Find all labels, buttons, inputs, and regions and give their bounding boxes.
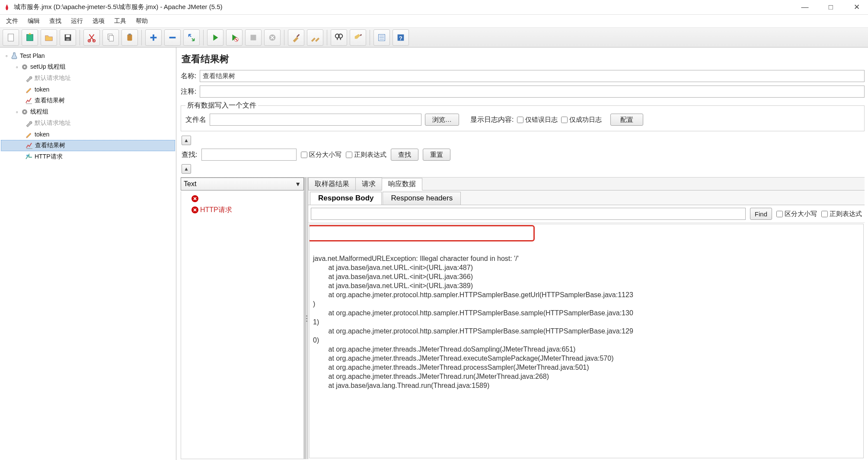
find-button[interactable]: Find [750, 208, 772, 220]
clear-all-icon[interactable] [307, 29, 323, 46]
wrench-icon [25, 119, 33, 127]
detail-tab[interactable]: 响应数据 [382, 178, 422, 190]
reset-button[interactable]: 重置 [423, 149, 450, 161]
minimize-button[interactable]: — [801, 3, 809, 12]
response-text: java.net.MalformedURLException: Illegal … [313, 254, 860, 390]
tree-node[interactable]: 默认请求地址 [1, 117, 175, 129]
function-helper-icon[interactable] [373, 29, 390, 46]
tree-panel[interactable]: ◦Test Plan◦setUp 线程组默认请求地址token查看结果树◦线程组… [0, 48, 176, 460]
stop-icon[interactable] [245, 29, 262, 46]
tree-node[interactable]: ◦setUp 线程组 [1, 61, 175, 73]
collapse-toggle[interactable]: ▲ [182, 136, 191, 145]
tree-node[interactable]: 查看结果树 [1, 140, 175, 151]
find-input[interactable] [311, 208, 746, 220]
response-body[interactable]: java.net.MalformedURLException: Illegal … [309, 224, 864, 458]
menu-bar: 文件编辑查找运行选项工具帮助 [0, 15, 868, 28]
renderer-combo[interactable]: Text ▼ [181, 178, 304, 190]
configure-button[interactable]: 配置 [610, 114, 643, 126]
editor-title: 查看结果树 [182, 53, 865, 66]
save-icon[interactable] [60, 29, 76, 46]
app-icon [3, 3, 10, 11]
detail-tab[interactable]: 请求 [355, 178, 382, 190]
clear-icon[interactable] [288, 29, 304, 46]
maximize-button[interactable]: □ [827, 3, 835, 12]
search-input[interactable] [201, 149, 297, 161]
close-button[interactable]: ✕ [852, 3, 861, 12]
pencil-icon [25, 86, 33, 93]
detail-tab[interactable]: 取样器结果 [308, 178, 356, 190]
name-row: 名称: [181, 70, 865, 82]
play-icon[interactable] [207, 29, 223, 46]
find-row: Find 区分大小写 正则表达式 [308, 205, 865, 223]
search-case-checkbox[interactable]: 区分大小写 [301, 151, 341, 159]
find-regex-checkbox[interactable]: 正则表达式 [821, 210, 862, 218]
tree-node[interactable]: token [1, 129, 175, 140]
new-file-icon[interactable] [3, 29, 19, 46]
find-case-checkbox[interactable]: 区分大小写 [776, 210, 817, 218]
menu-4[interactable]: 选项 [88, 16, 109, 27]
tree-label: HTTP请求 [35, 153, 63, 161]
comment-input[interactable] [200, 86, 865, 98]
svg-rect-10 [128, 33, 131, 35]
tree-node[interactable]: token [1, 84, 175, 95]
menu-2[interactable]: 查找 [45, 16, 66, 27]
tree-node[interactable]: ◦Test Plan [1, 50, 175, 61]
menu-5[interactable]: 工具 [110, 16, 131, 27]
result-item[interactable] [182, 193, 303, 204]
play-no-timer-icon[interactable] [226, 29, 243, 46]
lower-split: Text ▼ HTTP请求 取样器结果请求响应数据 Response BodyR… [181, 177, 865, 459]
remove-icon[interactable] [164, 29, 181, 46]
name-input[interactable] [200, 70, 865, 82]
search-icon[interactable] [331, 29, 347, 46]
collapse-toggle-2[interactable]: ▲ [182, 164, 191, 174]
search-button[interactable]: 查找 [391, 149, 418, 161]
svg-point-20 [24, 66, 26, 68]
filename-input[interactable] [210, 114, 421, 126]
result-item[interactable]: HTTP请求 [182, 204, 303, 216]
tree-node[interactable]: ◦线程组 [1, 106, 175, 117]
tree-node[interactable]: HTTP请求 [1, 151, 175, 162]
open-icon[interactable] [41, 29, 57, 46]
flask-icon [10, 52, 18, 60]
success-only-checkbox[interactable]: 仅成功日志 [561, 116, 602, 124]
menu-3[interactable]: 运行 [67, 16, 87, 27]
svg-rect-12 [251, 35, 256, 40]
comment-row: 注释: [181, 86, 865, 98]
tree-toggle-icon[interactable]: ◦ [4, 54, 9, 58]
right-panel: 查看结果树 名称: 注释: 所有数据写入一个文件 文件名 浏览… 显示日志内容:… [176, 48, 868, 460]
detail-sub-tab[interactable]: Response Body [310, 192, 382, 205]
svg-point-22 [24, 111, 26, 113]
results-column: Text ▼ HTTP请求 [181, 178, 305, 459]
reload-icon[interactable] [183, 29, 200, 46]
help-icon[interactable]: ? [393, 29, 409, 46]
tree-node[interactable]: 查看结果树 [1, 95, 175, 106]
tree-label: setUp 线程组 [30, 63, 66, 71]
detail-sub-tab[interactable]: Response headers [383, 192, 461, 205]
tree-toggle-icon[interactable]: ◦ [15, 65, 19, 69]
broom-icon[interactable] [350, 29, 366, 46]
cut-icon[interactable] [83, 29, 100, 46]
menu-1[interactable]: 编辑 [23, 16, 44, 27]
splitter-handle[interactable] [305, 178, 308, 459]
svg-rect-8 [109, 35, 113, 41]
tree-label: 默认请求地址 [35, 74, 71, 82]
shutdown-icon[interactable] [264, 29, 281, 46]
errors-only-checkbox[interactable]: 仅错误日志 [517, 116, 558, 124]
file-group: 所有数据写入一个文件 文件名 浏览… 显示日志内容: 仅错误日志 仅成功日志 配… [181, 101, 865, 131]
browse-button[interactable]: 浏览… [425, 114, 459, 126]
tree-node[interactable]: 默认请求地址 [1, 73, 175, 84]
search-regex-checkbox[interactable]: 正则表达式 [346, 151, 386, 159]
menu-6[interactable]: 帮助 [131, 16, 152, 27]
svg-rect-9 [128, 34, 132, 41]
window-controls: — □ ✕ [801, 3, 861, 12]
toolbar: ? [0, 28, 868, 48]
menu-0[interactable]: 文件 [2, 16, 22, 27]
title-bar: 城市服务.jmx (D:\apache-jmeter-5.5\城市服务.jmx)… [0, 0, 868, 15]
result-tree[interactable]: HTTP请求 [181, 191, 304, 459]
tree-toggle-icon[interactable]: ◦ [15, 110, 19, 114]
open-template-icon[interactable] [22, 29, 38, 46]
add-icon[interactable] [145, 29, 162, 46]
copy-icon[interactable] [102, 29, 119, 46]
paste-icon[interactable] [121, 29, 138, 46]
result-label: HTTP请求 [200, 206, 232, 215]
